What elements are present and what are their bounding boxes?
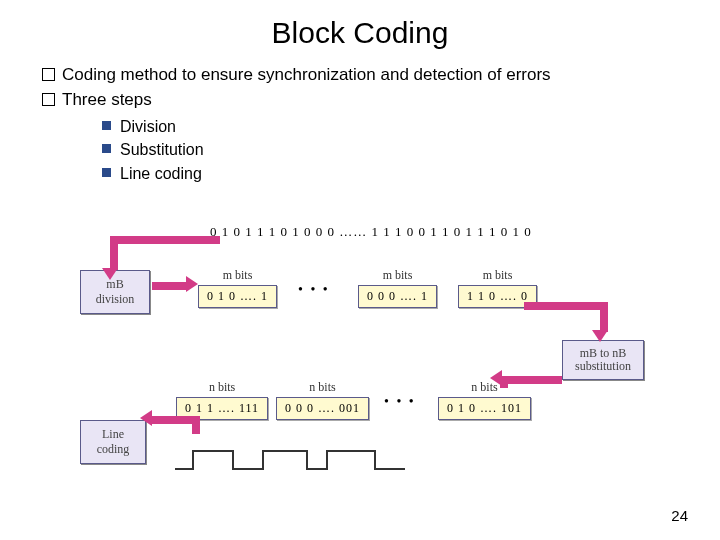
- flow-arrow-icon: [150, 416, 198, 424]
- bullet-text: Coding method to ensure synchronization …: [62, 65, 551, 84]
- group-label: m bits: [458, 268, 537, 283]
- flow-arrow-icon: [110, 236, 118, 270]
- arrowhead-icon: [140, 410, 152, 426]
- flow-arrow-icon: [524, 302, 606, 310]
- arrowhead-icon: [186, 276, 198, 292]
- flow-arrow-icon: [152, 282, 188, 290]
- group-value: 0 0 0 …. 001: [276, 397, 369, 420]
- flow-arrow-icon: [600, 302, 608, 332]
- block-coding-diagram: 0 1 0 1 1 1 0 1 0 0 0 …… 1 1 1 0 0 1 1 0…: [80, 220, 650, 500]
- group-label: m bits: [198, 268, 277, 283]
- ellipsis-icon: • • •: [384, 394, 416, 410]
- arrowhead-icon: [490, 370, 502, 386]
- arrowhead-icon: [592, 330, 608, 342]
- group-value: 0 0 0 …. 1: [358, 285, 437, 308]
- flow-arrow-icon: [110, 236, 220, 244]
- group-label: n bits: [276, 380, 369, 395]
- ellipsis-icon: • • •: [298, 282, 330, 298]
- bullet-text: Line coding: [120, 165, 202, 182]
- input-bitstream: 0 1 0 1 1 1 0 1 0 0 0 …… 1 1 1 0 0 1 1 0…: [210, 224, 532, 240]
- m-bits-group: m bits 0 0 0 …. 1: [358, 268, 437, 308]
- group-label: n bits: [176, 380, 268, 395]
- group-value: 0 1 0 …. 101: [438, 397, 531, 420]
- bullet-list-level2: Division Substitution Line coding: [62, 116, 692, 185]
- bullet-item: Coding method to ensure synchronization …: [42, 64, 692, 87]
- bullet-item: Three steps Division Substitution Line c…: [42, 89, 692, 185]
- slide: Block Coding Coding method to ensure syn…: [0, 0, 720, 540]
- bullet-text: Three steps: [62, 90, 152, 109]
- flow-arrow-icon: [192, 416, 200, 434]
- bullet-item: Division: [102, 116, 692, 138]
- bullet-item: Substitution: [102, 139, 692, 161]
- flow-arrow-icon: [500, 376, 562, 384]
- slide-title: Block Coding: [28, 16, 692, 50]
- bullet-list-level1: Coding method to ensure synchronization …: [28, 64, 692, 185]
- group-label: m bits: [358, 268, 437, 283]
- box-substitution: mB to nB substitution: [562, 340, 644, 380]
- bullet-text: Substitution: [120, 141, 204, 158]
- bullet-text: Division: [120, 118, 176, 135]
- page-number: 24: [671, 507, 688, 524]
- n-bits-group: n bits 0 1 0 …. 101: [438, 380, 531, 420]
- bullet-item: Line coding: [102, 163, 692, 185]
- n-bits-group: n bits 0 0 0 …. 001: [276, 380, 369, 420]
- signal-waveform-icon: [175, 445, 405, 475]
- m-bits-group: m bits 0 1 0 …. 1: [198, 268, 277, 308]
- box-line-coding: Line coding: [80, 420, 146, 464]
- arrowhead-icon: [102, 268, 118, 280]
- n-bits-group: n bits 0 1 1 …. 111: [176, 380, 268, 420]
- group-value: 0 1 0 …. 1: [198, 285, 277, 308]
